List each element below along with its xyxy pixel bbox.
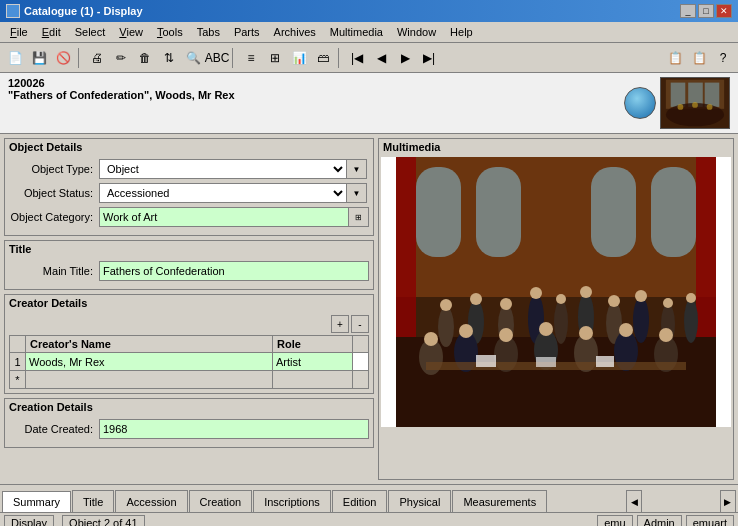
- svg-point-7: [692, 102, 698, 108]
- svg-point-25: [530, 287, 542, 299]
- svg-point-21: [470, 293, 482, 305]
- tab-inscriptions[interactable]: Inscriptions: [253, 490, 331, 512]
- menu-help[interactable]: Help: [444, 24, 479, 40]
- object-status-dropdown[interactable]: ▼: [347, 183, 367, 203]
- cancel-button[interactable]: 🚫: [52, 47, 74, 69]
- row-action-new: [353, 371, 369, 389]
- print-button[interactable]: 🖨: [86, 47, 108, 69]
- spell-button[interactable]: ABC: [206, 47, 228, 69]
- status-right: emu Admin emuart: [597, 515, 734, 527]
- tab-scroll-left[interactable]: ◀: [626, 490, 642, 512]
- multimedia-area: [381, 157, 731, 427]
- row-action-1: [353, 353, 369, 371]
- menu-tools[interactable]: Tools: [151, 24, 189, 40]
- svg-rect-4: [705, 83, 720, 107]
- maximize-button[interactable]: □: [698, 4, 714, 18]
- menu-window[interactable]: Window: [391, 24, 442, 40]
- new-record-button[interactable]: 📋: [664, 47, 686, 69]
- title-section-title: Title: [5, 241, 373, 257]
- menu-tabs[interactable]: Tabs: [191, 24, 226, 40]
- tab-summary[interactable]: Summary: [2, 491, 71, 512]
- menu-parts[interactable]: Parts: [228, 24, 266, 40]
- object-type-dropdown[interactable]: ▼: [347, 159, 367, 179]
- object-type-select[interactable]: Object: [99, 159, 347, 179]
- edit-button[interactable]: ✏: [110, 47, 132, 69]
- help-button[interactable]: ?: [712, 47, 734, 69]
- tab-title[interactable]: Title: [72, 490, 114, 512]
- tab-measurements[interactable]: Measurements: [452, 490, 547, 512]
- object-details-title: Object Details: [5, 139, 373, 155]
- tab-edition[interactable]: Edition: [332, 490, 388, 512]
- close-button[interactable]: ✕: [716, 4, 732, 18]
- row-num-new: *: [10, 371, 26, 389]
- title-bar: Catalogue (1) - Display _ □ ✕: [0, 0, 738, 22]
- status-instance: emuart: [686, 515, 734, 527]
- minimize-button[interactable]: _: [680, 4, 696, 18]
- sort-button[interactable]: ⇅: [158, 47, 180, 69]
- creator-name-new[interactable]: [26, 371, 273, 389]
- main-title-value: [99, 261, 369, 281]
- copy-button[interactable]: 📋: [688, 47, 710, 69]
- object-status-row: Object Status: Accessioned ▼: [9, 183, 369, 203]
- table-row: 1 Woods, Mr Rex Artist: [10, 353, 369, 371]
- save-button[interactable]: 💾: [28, 47, 50, 69]
- list-button[interactable]: ≡: [240, 47, 262, 69]
- globe-icon[interactable]: [624, 87, 656, 119]
- svg-point-37: [686, 293, 696, 303]
- creator-remove-button[interactable]: -: [351, 315, 369, 333]
- menu-multimedia[interactable]: Multimedia: [324, 24, 389, 40]
- new-button[interactable]: 📄: [4, 47, 26, 69]
- svg-rect-11: [416, 167, 461, 257]
- object-status-select[interactable]: Accessioned: [99, 183, 347, 203]
- menu-archives[interactable]: Archives: [268, 24, 322, 40]
- thumbnail-image[interactable]: [660, 77, 730, 129]
- main-title-row: Main Title:: [9, 261, 369, 281]
- next-button[interactable]: ▶: [394, 47, 416, 69]
- tab-scroll-right[interactable]: ▶: [720, 490, 736, 512]
- svg-rect-53: [476, 355, 496, 367]
- prev-button[interactable]: ◀: [370, 47, 392, 69]
- object-category-input[interactable]: [99, 207, 349, 227]
- card-button[interactable]: 🗃: [312, 47, 334, 69]
- svg-point-33: [635, 290, 647, 302]
- toolbar-separator-1: [78, 48, 82, 68]
- creator-add-button[interactable]: +: [331, 315, 349, 333]
- tab-physical[interactable]: Physical: [388, 490, 451, 512]
- last-button[interactable]: ▶|: [418, 47, 440, 69]
- report-button[interactable]: 📊: [288, 47, 310, 69]
- record-title: "Fathers of Confederation", Woods, Mr Re…: [8, 89, 624, 101]
- multimedia-panel: Multimedia: [378, 138, 734, 480]
- creator-name-1[interactable]: Woods, Mr Rex: [26, 353, 273, 371]
- menu-view[interactable]: View: [113, 24, 149, 40]
- svg-point-51: [659, 328, 673, 342]
- menu-select[interactable]: Select: [69, 24, 112, 40]
- main-title-label: Main Title:: [9, 265, 99, 277]
- creator-table-header: Creator's Name Role: [10, 336, 369, 353]
- main-title-input[interactable]: [99, 261, 369, 281]
- svg-rect-13: [591, 167, 636, 257]
- tab-accession[interactable]: Accession: [115, 490, 187, 512]
- grid-button[interactable]: ⊞: [264, 47, 286, 69]
- menu-edit[interactable]: Edit: [36, 24, 67, 40]
- object-status-label: Object Status:: [9, 187, 99, 199]
- date-created-input[interactable]: [99, 419, 369, 439]
- creator-role-1[interactable]: Artist: [273, 353, 353, 371]
- status-user: Admin: [637, 515, 682, 527]
- app-icon: [6, 4, 20, 18]
- col-role: Role: [273, 336, 353, 353]
- search-button[interactable]: 🔍: [182, 47, 204, 69]
- col-num: [10, 336, 26, 353]
- row-num-1: 1: [10, 353, 26, 371]
- svg-point-43: [499, 328, 513, 342]
- delete-button[interactable]: 🗑: [134, 47, 156, 69]
- date-created-row: Date Created:: [9, 419, 369, 439]
- tab-creation[interactable]: Creation: [189, 490, 253, 512]
- creator-table: Creator's Name Role 1 Woods, Mr Rex Arti…: [9, 335, 369, 389]
- menu-file[interactable]: File: [4, 24, 34, 40]
- object-category-lookup[interactable]: ⊞: [349, 207, 369, 227]
- painting-svg: [396, 157, 716, 427]
- header-info: 120026 "Fathers of Confederation", Woods…: [8, 77, 624, 101]
- svg-point-23: [500, 298, 512, 310]
- creator-role-new[interactable]: [273, 371, 353, 389]
- first-button[interactable]: |◀: [346, 47, 368, 69]
